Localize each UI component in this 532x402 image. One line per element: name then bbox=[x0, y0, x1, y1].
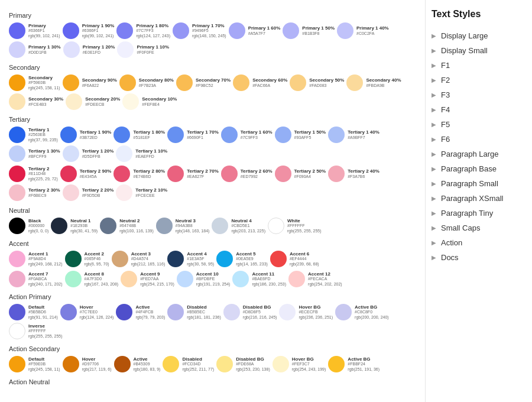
color-hex-label: #FEF3C7 bbox=[292, 362, 326, 367]
color-hex-label: #FCECEE bbox=[135, 193, 167, 198]
color-rgb-label: rgb(91, 91, 214) bbox=[28, 315, 58, 320]
color-swatch: Tertiary 2 70%#EA627F bbox=[167, 166, 219, 182]
color-hex-label: #F6BEC9 bbox=[28, 193, 60, 198]
color-circle bbox=[290, 74, 306, 91]
color-name-label: Tertiary 1 30% bbox=[28, 148, 60, 154]
color-swatch: Tertiary 1 90%#3B72ED bbox=[60, 127, 112, 143]
text-style-item[interactable]: ▶F3 bbox=[432, 87, 526, 102]
section-action-secondary-title: Action Secondary bbox=[9, 345, 416, 352]
color-swatch: Tertiary 1 50%#93AFF5 bbox=[275, 127, 326, 143]
chevron-right-icon: ▶ bbox=[432, 166, 436, 172]
text-style-label: Action bbox=[441, 238, 462, 247]
color-rgb-label: rgb(14, 165, 233) bbox=[236, 262, 268, 267]
color-hex-label: #FEF8E4 bbox=[142, 102, 177, 107]
color-circle bbox=[63, 184, 79, 201]
color-circle bbox=[9, 184, 25, 201]
text-style-item[interactable]: ▶Small Caps bbox=[432, 221, 526, 235]
text-style-item[interactable]: ▶Paragraph Large bbox=[432, 147, 526, 161]
color-hex-label: #EAEFFD bbox=[135, 154, 167, 159]
text-style-item[interactable]: ▶Paragraph XSmall bbox=[432, 191, 526, 206]
text-style-item[interactable]: ▶F1 bbox=[432, 58, 526, 73]
color-name-label: Tertiary 2 10% bbox=[135, 187, 167, 193]
color-circle bbox=[65, 271, 82, 287]
color-name-label: Active bbox=[135, 304, 165, 310]
color-circle bbox=[337, 22, 353, 39]
color-swatch: Tertiary 2 90%#E4345A bbox=[60, 166, 112, 182]
text-style-item[interactable]: ▶Docs bbox=[432, 250, 526, 265]
color-swatch: Hover BG#ECECFBrgb(236, 236, 251) bbox=[279, 304, 333, 320]
text-style-item[interactable]: ▶Display Small bbox=[432, 43, 526, 58]
text-style-item[interactable]: ▶F4 bbox=[432, 102, 526, 117]
color-hex-label: #D4A574 bbox=[131, 257, 166, 261]
color-swatch: Tertiary 2 50%#F090A4 bbox=[275, 166, 326, 182]
color-swatch: Disabled#B5B5ECrgb(181, 181, 236) bbox=[167, 304, 221, 320]
color-name-label: Tertiary 1 10% bbox=[135, 148, 167, 154]
text-style-item[interactable]: ▶Paragraph Small bbox=[432, 176, 526, 191]
color-rgb-label: rgb(239, 68, 68) bbox=[290, 262, 319, 267]
color-circle bbox=[275, 166, 291, 182]
color-rgb-label: rgb(254, 243, 199) bbox=[292, 367, 326, 372]
color-swatch: Primary#6366F1rgb(99, 102, 241) bbox=[9, 22, 60, 39]
color-swatch: Secondary 40%#FBDA9B bbox=[346, 74, 401, 91]
color-circle bbox=[163, 356, 179, 372]
color-circle bbox=[9, 323, 25, 339]
color-rgb-label: rgb(203, 213, 225) bbox=[231, 229, 265, 234]
text-style-label: F1 bbox=[441, 61, 450, 70]
section-action-primary-title: Action Primary bbox=[9, 293, 416, 300]
primary-colors-row: Primary#6366F1rgb(99, 102, 241)Primary 1… bbox=[9, 22, 416, 58]
color-rgb-label: rgb(180, 83, 9) bbox=[134, 367, 161, 372]
chevron-right-icon: ▶ bbox=[432, 239, 436, 246]
color-swatch: Disabled#FCD34Drgb(252, 211, 77) bbox=[163, 356, 214, 372]
color-swatch: Tertiary 1 60%#7C9FF3 bbox=[221, 127, 273, 143]
color-swatch: Tertiary 2 10%#FCECEE bbox=[116, 184, 167, 201]
color-circle bbox=[114, 356, 131, 372]
color-swatch: Primary 1 70%#9496F5rgb(148, 150, 245) bbox=[173, 22, 226, 39]
color-rgb-label: rgb(254, 215, 170) bbox=[140, 282, 174, 287]
color-rgb-label: rgb(236, 236, 251) bbox=[299, 315, 333, 320]
color-circle bbox=[116, 304, 132, 320]
color-swatch: Tertiary 1#2563EBrgb(37, 99, 235) bbox=[9, 127, 58, 143]
color-circle bbox=[233, 74, 249, 91]
color-swatch: Neutral 1#1E293Brgb(30, 41, 59) bbox=[51, 218, 98, 234]
color-swatches-panel: Primary Primary#6366F1rgb(99, 102, 241)P… bbox=[0, 0, 426, 402]
color-circle bbox=[176, 74, 193, 91]
text-style-item[interactable]: ▶Action bbox=[432, 235, 526, 250]
color-hex-label: #E0E1FD bbox=[83, 50, 115, 55]
color-circle bbox=[60, 166, 77, 182]
color-name-label: Tertiary 2 30% bbox=[28, 187, 60, 193]
text-style-item[interactable]: ▶Paragraph Base bbox=[432, 161, 526, 176]
text-style-item[interactable]: ▶Display Large bbox=[432, 28, 526, 43]
color-rgb-label: rgb(255, 255, 255) bbox=[28, 334, 63, 339]
chevron-right-icon: ▶ bbox=[432, 106, 436, 113]
chevron-right-icon: ▶ bbox=[432, 180, 436, 187]
neutral-colors-row: Black#000000rgb(0, 0, 0)Neutral 1#1E293B… bbox=[9, 218, 416, 234]
color-hex-label: #7C9FF3 bbox=[241, 135, 273, 140]
text-style-item[interactable]: ▶F6 bbox=[432, 132, 526, 147]
color-circle bbox=[335, 304, 352, 320]
color-hex-label: #64748B bbox=[119, 223, 154, 228]
color-name-label: Secondary 50% bbox=[309, 77, 344, 83]
color-hex-label: #E74B6D bbox=[133, 174, 165, 179]
color-circle bbox=[221, 127, 238, 143]
color-name-label: Tertiary 1 50% bbox=[294, 129, 326, 135]
color-circle bbox=[279, 304, 296, 320]
text-style-label: Paragraph Base bbox=[441, 164, 497, 173]
text-style-item[interactable]: ▶F2 bbox=[432, 73, 526, 87]
accent1-colors-row: Accent 1#F9A8D4rgb(249, 168, 212)Accent … bbox=[9, 251, 416, 267]
color-swatch: Secondary 90%#F6A822 bbox=[63, 74, 117, 91]
color-name-label: Tertiary 2 40% bbox=[348, 168, 379, 174]
color-swatch: Secondary 80%#F7B23A bbox=[119, 74, 174, 91]
text-styles-panel: Text Styles ▶Display Large▶Display Small… bbox=[426, 0, 532, 402]
section-accent-title: Accent bbox=[9, 240, 416, 247]
color-rgb-label: rgb(79, 79, 203) bbox=[135, 315, 165, 320]
color-rgb-label: rgb(0, 0, 0) bbox=[28, 229, 48, 234]
color-name-label: Secondary bbox=[28, 75, 60, 81]
chevron-right-icon: ▶ bbox=[432, 121, 436, 128]
color-swatch: Tertiary 1 20%#D5DFFB bbox=[63, 145, 114, 162]
chevron-right-icon: ▶ bbox=[432, 77, 436, 83]
text-style-item[interactable]: ▶F5 bbox=[432, 117, 526, 132]
color-hex-label: #7C7EE0 bbox=[80, 310, 114, 315]
color-swatch: Accent 7#F0ABCArgb(240, 171, 202) bbox=[9, 271, 63, 287]
color-circle bbox=[119, 74, 136, 91]
text-style-item[interactable]: ▶Paragraph Tiny bbox=[432, 206, 526, 221]
